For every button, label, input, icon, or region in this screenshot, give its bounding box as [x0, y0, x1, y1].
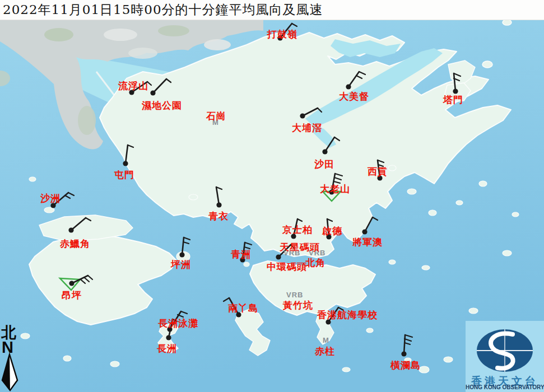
station-label: 石崗 [206, 110, 226, 123]
station-dot [362, 229, 367, 234]
station-label: 橫瀾島 [390, 359, 421, 372]
station-dot [300, 113, 305, 118]
station-label: 赤鱲角 [60, 237, 90, 250]
station-dot [179, 252, 184, 257]
station-label: 西貢 [368, 165, 388, 178]
station-label: 沙田 [314, 158, 334, 171]
station-label: 濕地公園 [142, 99, 182, 112]
hko-logo: 香港天文台 HONG KONG OBSERVATORY [466, 321, 544, 392]
station-dot [123, 161, 128, 166]
station-data-tag: M [323, 336, 329, 344]
station-label: 流浮山 [118, 80, 148, 92]
station-label: 京士柏 [282, 223, 313, 236]
station-dot [150, 90, 155, 95]
hko-logo-english: HONG KONG OBSERVATORY [466, 384, 544, 390]
station-dot [69, 281, 74, 286]
station-dot [68, 227, 73, 232]
station-label: 赤柱 [315, 345, 335, 358]
station-label: 大美督 [339, 90, 369, 103]
station-label: 中環碼頭 [267, 260, 307, 273]
station-label: 將軍澳 [352, 236, 383, 249]
station-dot [216, 202, 221, 207]
station-label: 天星碼頭 [280, 241, 320, 254]
station-dot [346, 84, 351, 89]
station-label: 屯門 [114, 169, 134, 181]
station-label: 大埔滘 [292, 122, 322, 134]
station-label: 青洲 [231, 248, 251, 261]
station-label: 南丫島 [228, 302, 258, 315]
map-title: 2022年11月01日15時00分的十分鐘平均風向及風速 [3, 1, 323, 18]
station-label: 長洲泳灘 [158, 317, 198, 330]
station-dot [166, 335, 171, 340]
station-label: 青衣 [208, 210, 229, 223]
station-label: 啟德 [322, 225, 342, 237]
station-label: 打鼓嶺 [267, 28, 297, 41]
station-dot [401, 351, 406, 356]
station-label: 坪洲 [171, 258, 191, 271]
hong-kong-map [0, 0, 544, 392]
station-label: 大老山 [320, 183, 350, 195]
station-label: 黃竹坑 [283, 299, 313, 312]
station-dot [276, 254, 281, 259]
station-label: 香港航海學校 [317, 309, 378, 321]
station-label: 長洲 [157, 342, 177, 355]
wind-map-page: 2022年11月01日15時00分的十分鐘平均風向及風速 打鼓嶺流浮山濕地公園石… [0, 0, 544, 392]
station-data-tag: VRB [286, 291, 303, 299]
compass-north-letter: N [2, 340, 16, 354]
station-label: 沙洲 [40, 192, 61, 205]
station-label: 塔門 [443, 94, 463, 106]
compass: 北 N [1, 325, 16, 354]
station-dot [322, 149, 327, 154]
station-label: 昂坪 [62, 289, 82, 302]
station-label: 北角 [305, 256, 326, 269]
title-bar: 2022年11月01日15時00分的十分鐘平均風向及風速 [0, 0, 544, 20]
